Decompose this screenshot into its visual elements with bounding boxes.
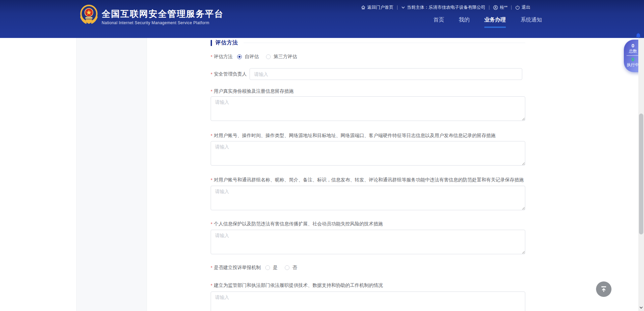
vertical-scrollbar (638, 38, 644, 311)
platform-subtitle: National Internet Security Management Se… (102, 20, 224, 25)
required-mark: * (211, 72, 212, 77)
scrollbar-thumb[interactable] (639, 114, 643, 234)
platform-title-block: 全国互联网安全管理服务平台 National Internet Security… (102, 9, 224, 25)
radio-icon (285, 265, 289, 270)
section-accent-bar (211, 40, 212, 46)
current-entity-label: 当前主体：乐清市佳农电子设备有限公司 (407, 4, 485, 10)
main-nav: 首页 我的 业务办理 系统通知 (433, 16, 542, 28)
back-home-link[interactable]: 返回门户首页 (361, 4, 393, 10)
field-label: 个人信息保护以及防范违法有害信息传播扩展、社会动员功能失控风险的技术措施 (214, 221, 383, 227)
radio-icon (237, 54, 242, 59)
regulator-support-textarea[interactable] (211, 292, 525, 311)
field-assessment-method: * 评估方法 自评估 第三方评估 (211, 54, 297, 60)
radio-third-party-assessment[interactable]: 第三方评估 (266, 54, 297, 60)
divider (627, 55, 640, 56)
security-manager-input[interactable] (250, 68, 522, 80)
nav-mine[interactable]: 我的 (459, 16, 470, 28)
user-icon (493, 5, 498, 10)
section-divider-line (244, 43, 525, 43)
required-mark: * (211, 177, 212, 183)
field-label: 对用户账号、操作时间、操作类型、网络源地址和目标地址、网络源端口、客户端硬件特征… (214, 133, 495, 139)
radio-label: 第三方评估 (273, 54, 297, 60)
required-mark: * (211, 89, 212, 94)
field-harmful-info-label: * 对用户账号和通讯群组名称、昵称、简介、备注、标识，信息发布、转发、评论和通讯… (211, 177, 524, 183)
radio-label: 自评估 (245, 54, 259, 60)
required-mark: * (211, 54, 212, 59)
nav-notices[interactable]: 系统通知 (521, 16, 542, 28)
page: 全国互联网安全管理服务平台 National Internet Security… (0, 0, 644, 311)
radio-yes[interactable]: 是 (265, 265, 277, 271)
field-regulator-support-label: * 建立为监管部门和执法部门依法履职提供技术、数据支持和协助的工作机制的情况 (211, 282, 383, 288)
identity-verification-textarea[interactable] (211, 96, 525, 121)
field-identity-verification-label: * 用户真实身份核验及注册信息留存措施 (211, 88, 293, 94)
radio-icon (266, 54, 271, 59)
back-to-top-icon (600, 285, 608, 293)
divider (511, 5, 512, 10)
header: 全国互联网安全管理服务平台 National Internet Security… (0, 0, 644, 38)
username: 桂** (500, 4, 507, 10)
field-log-retention-label: * 对用户账号、操作时间、操作类型、网络源地址和目标地址、网络源端口、客户端硬件… (211, 133, 495, 139)
radio-label: 否 (292, 265, 297, 271)
section-header: 评估方法 (211, 39, 525, 46)
nav-business[interactable]: 业务办理 (484, 16, 506, 28)
radio-self-assessment[interactable]: 自评估 (237, 54, 259, 60)
back-to-top-button[interactable] (596, 281, 611, 297)
platform-title: 全国互联网安全管理服务平台 (102, 9, 224, 19)
field-label: 建立为监管部门和执法部门依法履职提供技术、数据支持和协助的工作机制的情况 (214, 282, 383, 288)
nav-home[interactable]: 首页 (433, 16, 444, 28)
personal-info-protection-textarea[interactable] (211, 230, 525, 254)
back-home-label: 返回门户首页 (367, 4, 393, 10)
required-mark: * (211, 265, 212, 270)
required-mark: * (211, 221, 212, 227)
chevron-down-icon (401, 5, 405, 9)
divider (397, 5, 397, 10)
field-label: 评估方法 (214, 54, 232, 60)
field-label: 安全管理负责人 (214, 71, 247, 77)
field-security-manager: * 安全管理负责人 (211, 68, 522, 80)
chevron-down-icon (639, 305, 643, 310)
radio-icon (265, 265, 270, 270)
scrollbar-down-arrow[interactable] (639, 305, 643, 310)
left-side-panel (76, 38, 147, 311)
user-menu[interactable]: 桂** (493, 4, 507, 10)
police-badge-icon (79, 5, 98, 26)
field-label: 用户真实身份核验及注册信息留存措施 (214, 88, 293, 94)
field-personal-info-protection-label: * 个人信息保护以及防范违法有害信息传播扩展、社会动员功能失控风险的技术措施 (211, 221, 383, 227)
logout-label: 退出 (522, 4, 530, 10)
radio-label: 是 (273, 265, 277, 271)
field-complaint-mechanism: * 是否建立投诉举报机制 是 否 (211, 265, 297, 271)
logout-button[interactable]: 退出 (515, 4, 530, 10)
power-icon (515, 5, 520, 10)
radio-no[interactable]: 否 (285, 265, 297, 271)
field-label: 是否建立投诉举报机制 (214, 265, 261, 271)
required-mark: * (211, 283, 212, 288)
current-entity-dropdown[interactable]: 当前主体：乐清市佳农电子设备有限公司 (401, 4, 485, 10)
log-retention-textarea[interactable] (211, 141, 525, 166)
section-title: 评估方法 (215, 39, 238, 46)
assessment-form: 评估方法 * 评估方法 自评估 第三方评估 * 安全管理负责人 * 用户真实身份 (211, 38, 525, 311)
home-icon (361, 5, 366, 10)
required-mark: * (211, 133, 212, 138)
harmful-info-textarea[interactable] (211, 186, 525, 210)
utility-bar: 返回门户首页 当前主体：乐清市佳农电子设备有限公司 桂** 退出 (361, 4, 530, 11)
field-label: 对用户账号和通讯群组名称、昵称、简介、备注、标识，信息发布、转发、评论和通讯群组… (214, 177, 524, 183)
police-badge-logo (79, 5, 98, 26)
divider (489, 5, 489, 10)
